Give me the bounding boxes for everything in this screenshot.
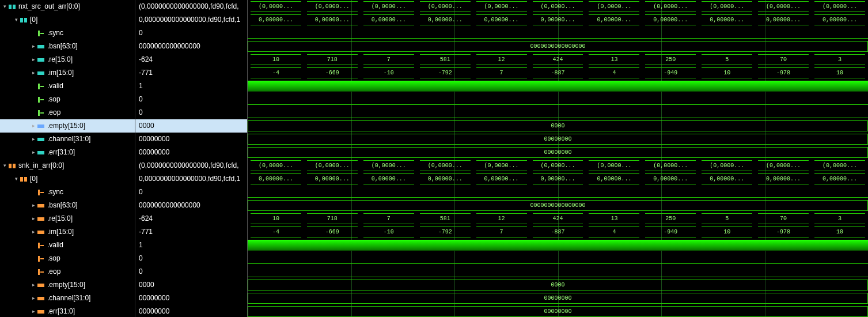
expand-toggle-icon[interactable]: ▸	[30, 40, 37, 53]
expand-toggle-icon[interactable]: ▸	[30, 212, 37, 225]
signal-row[interactable]: ▸.sop	[0, 252, 135, 265]
waveform-row[interactable]: 0000000000000000	[248, 199, 868, 212]
signal-row[interactable]: ▸.eop	[0, 265, 135, 278]
signal-row[interactable]: ▸.im[15:0]	[0, 66, 135, 80]
signal-row[interactable]: ▸.valid	[0, 80, 135, 93]
expand-toggle-icon[interactable]: ▸	[30, 292, 37, 305]
group-teal-icon	[20, 16, 28, 24]
signal-row[interactable]: ▸.sop	[0, 93, 135, 106]
signal-row[interactable]: ▸.valid	[0, 239, 135, 252]
signal-name-label: .sync	[47, 186, 63, 199]
expand-toggle-icon[interactable]: ▸	[30, 53, 37, 66]
wire-green-icon	[37, 82, 45, 90]
bus-value-segment: 10	[702, 227, 752, 237]
signal-row[interactable]: ▾[0]	[0, 13, 135, 27]
signal-row[interactable]: ▸.err[31:0]	[0, 146, 135, 159]
waveform-row[interactable]: 00000000	[248, 305, 868, 317]
signal-row[interactable]: ▾nxt_src_out_arr[0:0]	[0, 0, 135, 13]
svg-rect-23	[40, 192, 44, 193]
signal-value-cell: 00000000	[135, 305, 247, 317]
waveform-row[interactable]: -4-669-10-7927-8874-94910-97810	[248, 66, 868, 80]
wire-orange-icon	[37, 241, 45, 250]
waveform-row[interactable]: -4-669-10-7927-8874-94910-97810	[248, 225, 868, 239]
bus-value-segment: 70	[758, 54, 809, 65]
bus-value-segment: (0,0000...	[251, 160, 301, 171]
bus-value-segment: 718	[307, 213, 358, 224]
signal-row[interactable]: ▾[0]	[0, 172, 135, 186]
expand-toggle-icon[interactable]: ▸	[30, 146, 37, 159]
waveform-row[interactable]: (0,0000...(0,0000...(0,0000...(0,0000...…	[248, 0, 868, 13]
expand-toggle-icon[interactable]: ▾	[13, 172, 20, 186]
bus-value-segment: 0,00000...	[420, 173, 471, 184]
signal-row[interactable]: ▸.sync	[0, 27, 135, 40]
signal-row[interactable]: ▸.re[15:0]	[0, 53, 135, 66]
signal-value-cell: 0	[135, 27, 247, 40]
waveform-row[interactable]	[248, 239, 868, 252]
waveform-row[interactable]: 0000000000000000	[248, 40, 868, 53]
expand-toggle-icon[interactable]: ▾	[13, 13, 20, 27]
signal-row[interactable]: ▸.channel[31:0]	[0, 133, 135, 146]
bus-value-segment: 0,00000...	[645, 173, 696, 184]
signal-row[interactable]: ▸.empty[15:0]	[0, 119, 135, 133]
waveform-row[interactable]: 00000000	[248, 292, 868, 305]
bus-value-segment: (0,0000...	[476, 1, 527, 12]
waveform-row[interactable]: 0000	[248, 119, 868, 133]
expand-toggle-icon[interactable]: ▸	[30, 278, 37, 292]
signal-name-label: .im[15:0]	[47, 66, 74, 80]
waveform-column[interactable]: (0,0000...(0,0000...(0,0000...(0,0000...…	[248, 0, 868, 317]
signal-row[interactable]: ▸.err[31:0]	[0, 305, 135, 317]
bus-value-segment: 4	[589, 227, 639, 237]
waveform-row[interactable]	[248, 265, 868, 278]
bus-orange-icon	[37, 202, 45, 210]
signal-row[interactable]: ▸.empty[15:0]	[0, 278, 135, 292]
bus-value-segment: -887	[533, 227, 583, 237]
waveform-row[interactable]	[248, 106, 868, 119]
signal-row[interactable]: ▸.im[15:0]	[0, 225, 135, 239]
signal-row[interactable]: ▸.re[15:0]	[0, 212, 135, 225]
signal-row[interactable]: ▾snk_in_arr[0:0]	[0, 159, 135, 172]
waveform-row[interactable]: 0000	[248, 278, 868, 292]
signal-row[interactable]: ▸.eop	[0, 106, 135, 119]
bus-value-segment: 0,00000...	[307, 14, 358, 25]
bus-value-segment: 7	[363, 213, 414, 224]
waveform-row[interactable]	[248, 186, 868, 199]
expand-toggle-icon[interactable]: ▾	[1, 0, 8, 13]
expand-toggle-icon[interactable]: ▸	[30, 225, 37, 239]
group-orange-icon	[20, 175, 28, 183]
bus-orange-icon	[37, 295, 45, 303]
waveform-row[interactable]: 0,00000...0,00000...0,00000...0,00000...…	[248, 13, 868, 27]
bus-blue-icon	[37, 122, 45, 130]
signal-row[interactable]: ▸.sync	[0, 186, 135, 199]
expand-toggle-icon[interactable]: ▸	[30, 66, 37, 80]
bus-value-segment: -949	[645, 227, 696, 237]
expand-toggle-icon[interactable]: ▸	[30, 199, 37, 212]
waveform-row[interactable]	[248, 252, 868, 265]
bus-value-segment: (0,0000...	[533, 1, 583, 12]
bus-value-segment: 00000000	[248, 306, 868, 317]
waveform-row[interactable]: 0,00000...0,00000...0,00000...0,00000...…	[248, 172, 868, 186]
waveform-row[interactable]: 00000000	[248, 133, 868, 146]
signal-name-column[interactable]: ▾nxt_src_out_arr[0:0]▾[0]▸.sync▸.bsn[63:…	[0, 0, 135, 317]
bus-value-segment: (0,0000...	[307, 160, 358, 171]
signal-row[interactable]: ▸.bsn[63:0]	[0, 40, 135, 53]
bus-value-segment: 0,00000...	[645, 14, 696, 25]
waveform-row[interactable]	[248, 27, 868, 40]
waveform-row[interactable]: 00000000	[248, 146, 868, 159]
svg-rect-22	[38, 190, 40, 195]
signal-name-label: .sop	[47, 252, 60, 265]
waveform-row[interactable]: 10718758112424132505703	[248, 53, 868, 66]
waveform-row[interactable]	[248, 93, 868, 106]
waveform-row[interactable]: (0,0000...(0,0000...(0,0000...(0,0000...…	[248, 159, 868, 172]
svg-rect-25	[37, 217, 44, 221]
expand-toggle-icon[interactable]: ▸	[30, 305, 37, 317]
signal-row[interactable]: ▸.bsn[63:0]	[0, 199, 135, 212]
waveform-row[interactable]	[248, 80, 868, 93]
expand-toggle-icon[interactable]: ▾	[1, 159, 8, 172]
logic-high-line	[248, 240, 868, 251]
wire-orange-icon	[37, 188, 45, 197]
waveform-row[interactable]: 10718758112424132505703	[248, 212, 868, 225]
wire-green-icon	[37, 109, 45, 117]
expand-toggle-icon[interactable]: ▸	[30, 119, 37, 133]
signal-row[interactable]: ▸.channel[31:0]	[0, 292, 135, 305]
expand-toggle-icon[interactable]: ▸	[30, 133, 37, 146]
